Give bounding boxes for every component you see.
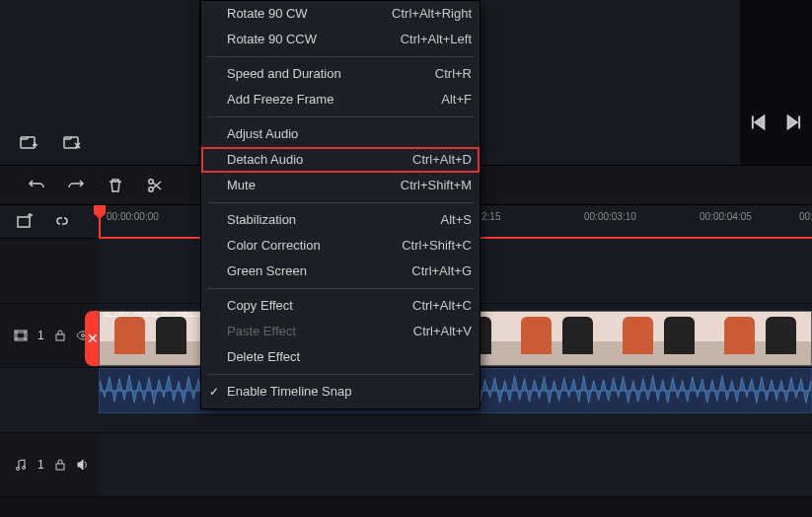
prev-frame-icon[interactable]	[749, 113, 767, 131]
add-marker-icon[interactable]	[16, 213, 34, 231]
menu-detach-audio[interactable]: Detach AudioCtrl+Alt+D	[201, 147, 480, 173]
svg-point-8	[17, 467, 20, 470]
menu-rotate-cw[interactable]: Rotate 90 CWCtrl+Alt+Right	[201, 1, 480, 27]
menu-paste-effect: Paste EffectCtrl+Alt+V	[201, 319, 480, 344]
menu-stabilization[interactable]: StabilizationAlt+S	[201, 207, 480, 233]
context-menu: Rotate 90 CWCtrl+Alt+Right Rotate 90 CCW…	[200, 0, 480, 409]
ruler-tick: 00:00:00:00	[107, 211, 159, 222]
audio-track-label[interactable]: 1	[0, 433, 99, 498]
video-track-label[interactable]: 1	[0, 304, 99, 369]
lock-icon[interactable]	[54, 459, 66, 471]
delete-folder-icon[interactable]	[63, 133, 81, 151]
ruler-tick: 00:00:04:05	[700, 211, 752, 222]
next-frame-icon[interactable]	[785, 113, 803, 131]
ruler-tick: 00:0	[799, 211, 812, 222]
delete-icon[interactable]	[107, 177, 124, 194]
redo-icon[interactable]	[67, 177, 85, 194]
svg-point-7	[81, 333, 84, 336]
menu-freeze-frame[interactable]: Add Freeze FrameAlt+F	[201, 87, 480, 112]
speaker-icon[interactable]	[76, 458, 90, 472]
menu-delete-effect[interactable]: Delete Effect	[201, 344, 480, 370]
ruler-tick: 00:00:03:10	[584, 211, 636, 222]
menu-timeline-snap[interactable]: Enable Timeline Snap	[201, 379, 480, 405]
svg-rect-10	[56, 464, 64, 470]
menu-speed-duration[interactable]: Speed and DurationCtrl+R	[201, 61, 480, 87]
track-label	[0, 239, 99, 304]
split-icon[interactable]	[146, 177, 164, 194]
menu-rotate-ccw[interactable]: Rotate 90 CCWCtrl+Alt+Left	[201, 27, 480, 52]
svg-rect-6	[56, 334, 64, 340]
menu-copy-effect[interactable]: Copy EffectCtrl+Alt+C	[201, 293, 480, 319]
menu-color-correction[interactable]: Color CorrectionCtrl+Shift+C	[201, 233, 480, 258]
lock-icon[interactable]	[54, 330, 66, 341]
link-icon[interactable]	[53, 213, 71, 231]
new-folder-icon[interactable]	[20, 133, 37, 151]
menu-adjust-audio[interactable]: Adjust Audio	[201, 121, 480, 147]
menu-mute[interactable]: MuteCtrl+Shift+M	[201, 173, 480, 198]
music-icon	[14, 458, 28, 472]
menu-green-screen[interactable]: Green ScreenCtrl+Alt+G	[201, 258, 480, 284]
svg-point-9	[23, 466, 26, 469]
svg-rect-4	[18, 217, 30, 227]
undo-icon[interactable]	[28, 177, 45, 194]
ruler-tick: 2:15	[481, 211, 500, 222]
